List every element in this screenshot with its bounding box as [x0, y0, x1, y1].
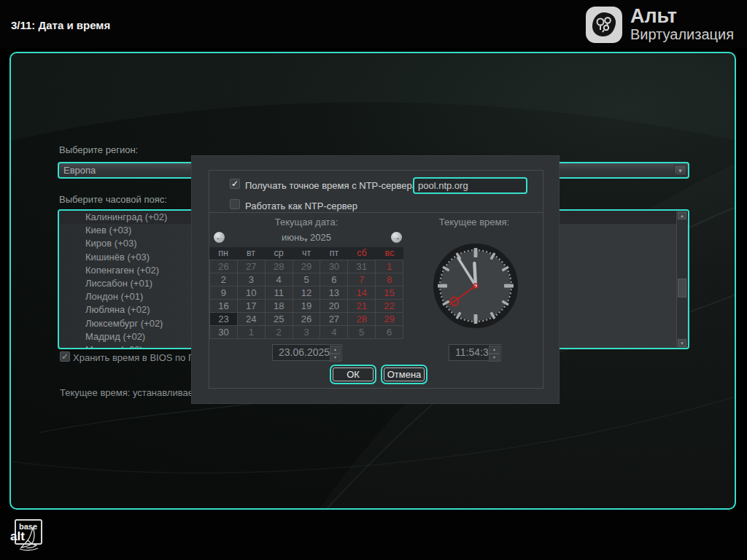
current-time-status: Текущее время: устанавливает	[60, 387, 197, 398]
cancel-button-label: Отмена	[384, 368, 425, 381]
check-icon: ✓	[231, 179, 239, 189]
calendar-day[interactable]: 26	[210, 260, 238, 273]
calendar-day[interactable]: 27	[320, 313, 348, 326]
calendar-day[interactable]: 28	[348, 313, 376, 326]
time-spin-down-icon[interactable]: ▾	[489, 354, 500, 362]
calendar-day[interactable]: 12	[293, 287, 321, 300]
alt-logo-icon	[585, 6, 623, 44]
calendar-day[interactable]: 29	[376, 313, 403, 326]
calendar-day[interactable]: 26	[293, 313, 321, 326]
month-dropdown-icon[interactable]: ▾	[304, 236, 308, 244]
next-month-button[interactable]: →	[391, 232, 402, 243]
calendar-day[interactable]: 9	[210, 287, 238, 300]
scroll-up-icon[interactable]: ▴	[678, 211, 686, 219]
bios-utc-checkbox[interactable]: ✓	[60, 351, 70, 362]
region-label: Выберите регион:	[59, 144, 138, 155]
calendar-day[interactable]: 19	[293, 300, 321, 313]
calendar-day[interactable]: 20	[320, 300, 348, 313]
calendar-day[interactable]: 31	[348, 260, 376, 273]
datetime-dialog: ✓ Получать точное время с NTP-сервера: ✓…	[191, 155, 560, 404]
brand-product: Виртуализация	[630, 26, 734, 43]
calendar-day[interactable]: 22	[376, 300, 403, 313]
calendar-day-headers: пнвтсрчтптсбвс	[209, 247, 403, 260]
bios-utc-label: Хранить время в BIOS по Гр	[73, 352, 198, 363]
date-spin-down-icon[interactable]: ▾	[330, 354, 341, 362]
calendar-day[interactable]: 24	[238, 313, 266, 326]
basealt-logo: base alt	[9, 516, 47, 556]
title-bar: 3/11: Дата и время Альт Виртуализация	[0, 0, 747, 48]
calendar-day[interactable]: 1	[376, 260, 403, 273]
calendar-day[interactable]: 27	[238, 260, 266, 273]
calendar-day[interactable]: 28	[266, 260, 293, 273]
calendar-day[interactable]: 25	[266, 313, 293, 326]
calendar-day[interactable]: 4	[320, 326, 348, 339]
calendar-day[interactable]: 30	[210, 326, 238, 339]
calendar-day[interactable]: 16	[210, 300, 238, 313]
svg-text:alt: alt	[10, 529, 25, 543]
calendar-day[interactable]: 6	[320, 273, 348, 287]
calendar-day[interactable]: 1	[238, 326, 266, 339]
footer-bar: base alt ? Справка ← Назад → Далее	[0, 510, 747, 560]
calendar-day-header: чт	[293, 247, 320, 260]
calendar-day[interactable]: 21	[348, 300, 376, 313]
calendar-day-header: вс	[376, 247, 403, 260]
ok-button[interactable]: ОК	[330, 365, 376, 384]
cancel-button[interactable]: Отмена	[381, 365, 427, 384]
time-spin-up-icon[interactable]: ▴	[489, 346, 500, 354]
calendar-day[interactable]: 3	[293, 326, 321, 339]
current-date-title: Текущая дата:	[209, 217, 403, 228]
main-content-frame: Выберите регион: Европа ▾ Выберите часов…	[9, 52, 736, 510]
calendar-day[interactable]: 29	[293, 260, 321, 273]
calendar-day-header: пт	[320, 247, 348, 260]
calendar-day[interactable]: 13	[320, 287, 348, 300]
ntp-client-label: Получать точное время с NTP-сервера:	[245, 180, 420, 191]
month-label[interactable]: июнь	[282, 232, 304, 243]
calendar-day[interactable]: 7	[348, 273, 376, 287]
ntp-client-checkbox[interactable]: ✓	[230, 179, 240, 189]
calendar-day[interactable]: 3	[238, 273, 266, 287]
calendar-day[interactable]: 30	[320, 260, 348, 273]
calendar-day-header: вт	[237, 247, 265, 260]
calendar-day[interactable]: 4	[266, 273, 293, 287]
year-label[interactable]: 2025	[310, 232, 331, 243]
calendar-day-header: пн	[209, 247, 237, 260]
region-combobox-value: Европа	[63, 164, 96, 176]
calendar-day[interactable]: 14	[348, 287, 376, 300]
scroll-down-icon[interactable]: ▾	[678, 339, 686, 347]
scrollbar-thumb[interactable]	[678, 279, 686, 298]
calendar-day[interactable]: 2	[210, 273, 238, 287]
calendar-day-selected[interactable]: 23	[210, 313, 238, 326]
current-time-title: Текущее время:	[416, 217, 533, 228]
calendar-grid[interactable]: 2627282930311234567891011121314151617181…	[209, 260, 403, 339]
timezone-label: Выберите часовой пояс:	[59, 194, 167, 205]
ntp-server-label: Работать как NTP-сервер	[245, 201, 357, 211]
step-title: 3/11: Дата и время	[11, 19, 110, 31]
month-year-label[interactable]: июнь▾ 2025	[209, 232, 403, 244]
ntp-server-input[interactable]	[413, 177, 527, 194]
calendar-day[interactable]: 17	[238, 300, 266, 313]
ntp-server-checkbox[interactable]: ✓	[230, 199, 240, 209]
calendar-day[interactable]: 5	[293, 273, 321, 287]
ok-button-label: ОК	[333, 368, 374, 381]
calendar-day[interactable]: 10	[238, 287, 266, 300]
time-spinbox[interactable]: 11:54:39 ▴ ▾	[449, 344, 501, 361]
dialog-separator	[209, 212, 543, 213]
date-spin-up-icon[interactable]: ▴	[330, 346, 341, 354]
calendar-day[interactable]: 2	[266, 326, 293, 339]
calendar-day[interactable]: 8	[376, 273, 403, 287]
check-icon: ✓	[61, 351, 69, 362]
calendar-day[interactable]: 15	[376, 287, 403, 300]
brand-name: Альт	[630, 7, 734, 26]
timezone-scrollbar[interactable]: ▴ ▾	[676, 211, 687, 347]
calendar-day[interactable]: 11	[266, 287, 293, 300]
calendar-day[interactable]: 5	[348, 326, 376, 339]
date-spinbox-value: 23.06.2025	[279, 346, 330, 358]
analog-clock	[430, 240, 522, 332]
date-spinbox[interactable]: 23.06.2025 ▴ ▾	[272, 344, 342, 361]
brand-block: Альт Виртуализация	[585, 6, 734, 44]
calendar-day[interactable]: 18	[266, 300, 293, 313]
calendar-day-header: ср	[265, 247, 293, 260]
chevron-down-icon[interactable]: ▾	[674, 165, 686, 176]
calendar-day[interactable]: 6	[376, 326, 403, 339]
calendar-day-header: сб	[348, 247, 376, 260]
